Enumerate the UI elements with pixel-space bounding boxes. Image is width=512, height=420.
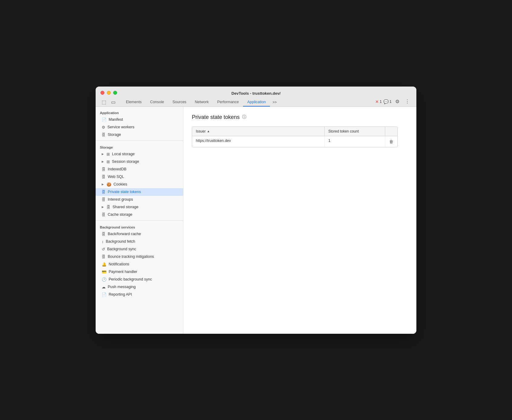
tab-tool-icons: ⬚ ▭ (100, 98, 117, 106)
cache-storage-icon: 🗄 (102, 212, 106, 217)
sidebar-item-background-fetch[interactable]: ↕ Background fetch (96, 238, 183, 245)
sidebar-item-session-storage[interactable]: ▶ ⊞ Session storage (96, 158, 183, 166)
sidebar-item-bounce-tracking[interactable]: 🗄 Bounce tracking mitigations (96, 253, 183, 261)
sidebar-label-reporting-api: Reporting API (109, 292, 132, 297)
sidebar-label-push-messaging: Push messaging (108, 285, 136, 289)
web-sql-icon: 🗄 (102, 175, 106, 179)
reporting-api-icon: 📄 (102, 292, 107, 297)
close-button[interactable] (100, 91, 104, 95)
cell-action: 🗑 (385, 136, 397, 147)
delete-row-button[interactable]: 🗑 (388, 139, 395, 145)
cell-issuer: https://trusttoken.dev (192, 136, 325, 147)
sidebar-item-back-forward-cache[interactable]: 🗄 Back/forward cache (96, 230, 183, 238)
col-issuer-label: Issuer (196, 129, 206, 133)
sidebar-item-shared-storage[interactable]: ▶ 🗄 Shared storage (96, 203, 183, 211)
sidebar-item-interest-groups[interactable]: 🗄 Interest groups (96, 196, 183, 203)
indexeddb-icon: 🗄 (102, 167, 106, 172)
error-count-button[interactable]: ✕ 1 (375, 99, 382, 104)
warn-count-button[interactable]: 💬 1 (383, 99, 392, 104)
session-storage-icon: ⊞ (107, 159, 110, 164)
sidebar-label-session-storage: Session storage (112, 159, 139, 164)
tab-application[interactable]: Application (243, 98, 270, 107)
page-title: Private state tokens (192, 114, 240, 120)
inspect-icon[interactable]: ⬚ (100, 98, 107, 106)
sidebar-item-notifications[interactable]: 🔔 Notifications (96, 261, 183, 268)
sidebar-item-reporting-api[interactable]: 📄 Reporting API (96, 291, 183, 298)
col-action (385, 127, 397, 136)
maximize-button[interactable] (113, 91, 117, 95)
expand-arrow-cookies: ▶ (102, 183, 104, 186)
tabs-bar: ⬚ ▭ Elements Console Sources Network Per… (100, 98, 412, 107)
private-state-tokens-icon: 🗄 (102, 190, 106, 194)
sidebar-item-storage[interactable]: 🗄 Storage (96, 131, 183, 139)
cell-token-count: 1 (325, 136, 385, 147)
sidebar-label-bounce-tracking: Bounce tracking mitigations (108, 254, 154, 259)
col-issuer[interactable]: Issuer ▲ (192, 127, 325, 136)
bounce-tracking-icon: 🗄 (102, 254, 106, 259)
sidebar-item-indexeddb[interactable]: 🗄 IndexedDB (96, 166, 183, 173)
table-row: https://trusttoken.dev 1 🗑 (192, 136, 397, 147)
more-options-button[interactable]: ⋮ (403, 98, 412, 105)
interest-groups-icon: 🗄 (102, 197, 106, 202)
sidebar-label-cookies: Cookies (113, 182, 127, 186)
titlebar: DevTools - trusttoken.dev/ ⬚ ▭ Elements … (96, 87, 416, 107)
sidebar-item-service-workers[interactable]: ⚙ Service workers (96, 123, 183, 131)
sidebar: Application 📄 Manifest ⚙ Service workers… (96, 107, 183, 334)
expand-arrow-local-storage: ▶ (102, 153, 104, 156)
page-title-row: Private state tokens ⓘ (192, 114, 408, 120)
storage-section-header: Storage (96, 143, 183, 150)
info-icon[interactable]: ⓘ (242, 114, 246, 120)
sidebar-label-background-sync: Background sync (107, 247, 136, 251)
more-tabs-button[interactable]: >> (270, 98, 279, 106)
sidebar-item-push-messaging[interactable]: ☁ Push messaging (96, 283, 183, 291)
sidebar-label-background-fetch: Background fetch (106, 239, 135, 244)
sidebar-item-payment-handler[interactable]: 💳 Payment handler (96, 268, 183, 276)
manifest-icon: 📄 (102, 117, 107, 122)
expand-arrow-shared-storage: ▶ (102, 205, 104, 208)
background-sync-icon: ↺ (102, 247, 105, 251)
shared-storage-icon: 🗄 (107, 205, 110, 209)
tab-elements[interactable]: Elements (122, 98, 146, 107)
warn-icon: 💬 (383, 99, 389, 104)
background-section-header: Background services (96, 222, 183, 230)
periodic-background-sync-icon: 🕐 (102, 277, 107, 282)
sidebar-label-cache-storage: Cache storage (108, 212, 132, 217)
tab-network[interactable]: Network (191, 98, 213, 107)
sidebar-item-private-state-tokens[interactable]: 🗄 Private state tokens (96, 188, 183, 196)
device-icon[interactable]: ▭ (110, 98, 117, 106)
sidebar-item-periodic-background-sync[interactable]: 🕐 Periodic background sync (96, 276, 183, 283)
window-title: DevTools - trusttoken.dev/ (100, 91, 412, 96)
sort-icon: ▲ (207, 130, 210, 133)
tab-actions: ✕ 1 💬 1 ⚙ ⋮ (375, 98, 412, 106)
error-count: 1 (380, 100, 382, 104)
sidebar-label-storage: Storage (108, 133, 121, 137)
sidebar-divider-1 (96, 140, 183, 141)
sidebar-item-cookies[interactable]: ▶ 🍪 Cookies (96, 181, 183, 188)
local-storage-icon: ⊞ (107, 152, 110, 156)
service-workers-icon: ⚙ (102, 125, 105, 130)
warn-count: 1 (389, 100, 392, 104)
tab-sources[interactable]: Sources (168, 98, 191, 107)
sidebar-item-manifest[interactable]: 📄 Manifest (96, 116, 183, 123)
tab-performance[interactable]: Performance (213, 98, 243, 107)
sidebar-item-background-sync[interactable]: ↺ Background sync (96, 245, 183, 253)
cookies-icon: 🍪 (107, 182, 111, 187)
devtools-window: DevTools - trusttoken.dev/ ⬚ ▭ Elements … (96, 87, 416, 334)
minimize-button[interactable] (107, 91, 111, 95)
sidebar-item-web-sql[interactable]: 🗄 Web SQL (96, 173, 183, 181)
back-forward-cache-icon: 🗄 (102, 232, 106, 236)
private-state-tokens-table: Issuer ▲ Stored token count https://trus… (192, 126, 398, 147)
main-content: Application 📄 Manifest ⚙ Service workers… (96, 107, 416, 334)
col-token-count[interactable]: Stored token count (325, 127, 385, 136)
tab-console[interactable]: Console (146, 98, 168, 107)
settings-button[interactable]: ⚙ (393, 98, 401, 105)
error-icon: ✕ (375, 99, 379, 104)
table-header: Issuer ▲ Stored token count (192, 127, 397, 136)
sidebar-item-local-storage[interactable]: ▶ ⊞ Local storage (96, 150, 183, 158)
sidebar-label-shared-storage: Shared storage (113, 205, 138, 209)
expand-arrow-session-storage: ▶ (102, 160, 104, 163)
background-fetch-icon: ↕ (102, 239, 104, 244)
sidebar-label-local-storage: Local storage (112, 152, 135, 156)
sidebar-item-cache-storage[interactable]: 🗄 Cache storage (96, 211, 183, 218)
sidebar-label-back-forward-cache: Back/forward cache (108, 232, 141, 236)
